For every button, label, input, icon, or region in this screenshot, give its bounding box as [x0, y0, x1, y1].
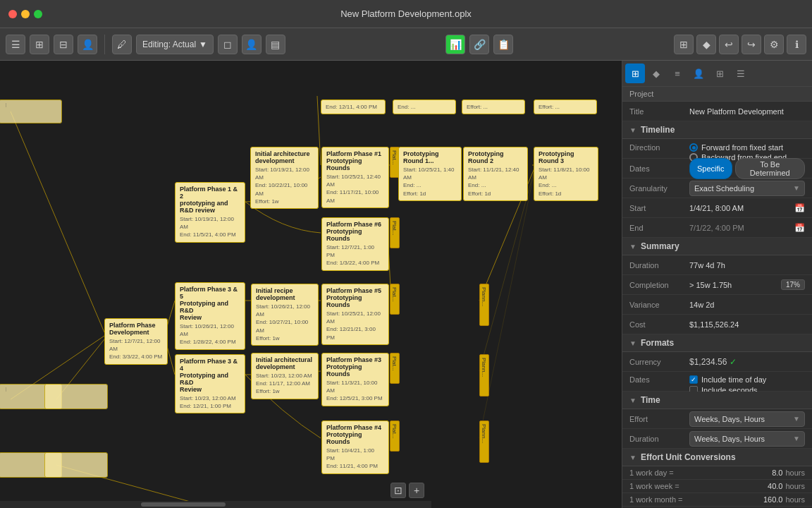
node-phase34[interactable]: Platform Phase 3 & 4Prototyping and R&DR…: [175, 354, 245, 413]
node-phase1[interactable]: Platform Phase #1Prototyping Rounds Star…: [321, 147, 389, 208]
direction-row: Direction Forward from fixed start Backw…: [622, 139, 812, 159]
include-time-day-item[interactable]: Include time of day: [689, 375, 805, 384]
editing-mode-dropdown[interactable]: Editing: Actual ▼: [136, 35, 214, 54]
toolbar-right: ⊞ ◆ ↩ ↪ ⚙ ℹ: [674, 35, 806, 54]
close-button[interactable]: [8, 10, 17, 18]
duration-chevron-icon: ▼: [793, 435, 800, 442]
effort-unit-section-header[interactable]: ▼ Effort Unit Conversions: [622, 449, 812, 466]
start-calendar-icon[interactable]: 📅: [794, 203, 805, 213]
node-phase12[interactable]: Platform Phase 1 & 2prototyping and R&D …: [175, 182, 245, 243]
node-edge-4: [44, 384, 108, 409]
node-phase5-side: Plat...: [390, 284, 400, 315]
node-phase4-side: Plat...: [390, 421, 400, 452]
node-phase-dev[interactable]: Platform Phase Development Start: 12/7/2…: [104, 318, 168, 365]
specific-button[interactable]: Specific: [689, 158, 732, 179]
formats-arrow: ▼: [629, 339, 636, 347]
node-proto-r1[interactable]: Prototyping Round 1... Start: 10/25/21, …: [398, 147, 462, 201]
summary-section-header[interactable]: ▼ Summary: [622, 238, 812, 255]
include-time-day-checkbox[interactable]: [689, 375, 698, 384]
node-top3[interactable]: Effort: ...: [462, 99, 525, 114]
node-top4[interactable]: Effort: ...: [534, 99, 597, 114]
duration-row: Duration 77w 4d 7h: [622, 255, 812, 275]
node-phase5[interactable]: Platform Phase #5Prototyping Rounds Star…: [321, 284, 389, 345]
node-arch-dev2[interactable]: Initial architectural development Start:…: [251, 353, 319, 399]
scrollbar-thumb[interactable]: [141, 502, 226, 507]
end-calendar-icon[interactable]: 📅: [794, 223, 805, 233]
node-top2[interactable]: End: ...: [393, 99, 456, 114]
panel-tab-diamond[interactable]: ◆: [646, 64, 666, 83]
network-canvas[interactable]: End: 12/11, 4:00 PM End: ... Effort: ...…: [0, 61, 622, 508]
project-section-label: Project: [622, 87, 812, 102]
panel-tab-list[interactable]: ≡: [668, 64, 687, 83]
diamond-icon[interactable]: ◆: [696, 35, 716, 54]
node-phase6[interactable]: Platform Phase #6Prototyping Rounds Star…: [321, 217, 389, 271]
grid-icon[interactable]: ⊞: [30, 35, 49, 54]
link-icon[interactable]: 🔗: [469, 35, 489, 54]
timeline-section-header[interactable]: ▼ Timeline: [622, 121, 812, 139]
completion-percent: 17%: [781, 279, 805, 290]
maximize-button[interactable]: [34, 10, 42, 18]
toolbar-center: 📊 🔗 📋: [290, 35, 670, 54]
node-phase35[interactable]: Platform Phase 3 & 5Prototyping and R&DR…: [175, 282, 245, 350]
node-edge-1: ...: [0, 99, 62, 123]
end-row: End 7/1/22, 4:00 PM 📅: [622, 218, 812, 238]
dates-format-row: Dates Include time of day Include second…: [622, 372, 812, 392]
clipboard-icon[interactable]: 📋: [493, 35, 513, 54]
group-icon[interactable]: ⊟: [54, 35, 73, 54]
dates-row: Dates Specific To Be Determined: [622, 159, 812, 179]
granularity-select[interactable]: Exact Scheduling ▼: [689, 181, 805, 196]
node-edge-5: [44, 452, 108, 478]
right-panel: ⊞ ◆ ≡ 👤 ⊞ ☰ Project Title New Platform D…: [622, 61, 812, 508]
panel-tabs: ⊞ ◆ ≡ 👤 ⊞ ☰: [622, 61, 812, 87]
toolbar-action-3[interactable]: ▤: [266, 35, 285, 54]
undo-icon[interactable]: ↩: [719, 35, 739, 54]
effort-unit-arrow: ▼: [629, 454, 636, 461]
panel-tab-user[interactable]: 👤: [689, 64, 708, 83]
user-icon[interactable]: 👤: [78, 35, 97, 54]
unit-row-1: 1 work week = 40.0 hours: [622, 480, 812, 493]
timeline-arrow: ▼: [629, 126, 636, 134]
chevron-down-icon: ▼: [199, 40, 207, 49]
zoom-fit-button[interactable]: ⊡: [390, 483, 406, 498]
horizontal-scrollbar[interactable]: [0, 501, 431, 508]
duration-select[interactable]: Weeks, Days, Hours ▼: [689, 431, 805, 447]
node-phase3[interactable]: Platform Phase #3Prototyping Rounds Star…: [321, 353, 389, 406]
granularity-row: Granularity Exact Scheduling ▼: [622, 179, 812, 198]
radio-forward[interactable]: Forward from fixed start: [689, 143, 805, 152]
main-area: End: 12/11, 4:00 PM End: ... Effort: ...…: [0, 61, 812, 508]
panel-tab-grid[interactable]: ⊞: [710, 64, 730, 83]
edit-mode-icon[interactable]: 🖊: [112, 35, 132, 54]
menu-icon[interactable]: ☰: [6, 35, 25, 54]
minimize-button[interactable]: [21, 10, 30, 18]
node-proto-r3[interactable]: Prototyping Round 3 Start: 11/8/21, 10:0…: [534, 147, 598, 201]
node-arch-dev[interactable]: Initial architecture development Start: …: [250, 147, 319, 209]
variance-row: Variance 14w 2d: [622, 295, 812, 315]
window-title: New Platform Development.oplx: [340, 8, 472, 19]
title-row: Title New Platform Development: [622, 102, 812, 121]
node-recipe[interactable]: Initial recipe development Start: 10/26/…: [251, 284, 319, 346]
redo-icon[interactable]: ↪: [742, 35, 761, 54]
time-section-header[interactable]: ▼ Time: [622, 392, 812, 409]
start-row: Start 1/4/21, 8:00 AM 📅: [622, 198, 812, 218]
node-phase6-side: Plat...: [390, 217, 400, 248]
formats-section-header[interactable]: ▼ Formats: [622, 334, 812, 352]
node-top1[interactable]: End: 12/11, 4:00 PM: [321, 99, 386, 114]
summary-arrow: ▼: [629, 243, 636, 250]
grid2-icon[interactable]: ⊞: [674, 35, 694, 54]
radio-forward-dot: [689, 143, 698, 152]
node-phase4[interactable]: Platform Phase #4Prototyping Rounds Star…: [321, 421, 389, 474]
node-proto-r2[interactable]: Prototyping Round 2 Start: 11/1/21, 12:4…: [463, 147, 528, 201]
node-phase3-side: Plat...: [390, 353, 400, 384]
zoom-in-button[interactable]: +: [409, 483, 424, 498]
node-right-2: Plann...: [479, 354, 489, 397]
to-be-determined-button[interactable]: To Be Determined: [735, 158, 805, 179]
settings-icon[interactable]: ⚙: [764, 35, 784, 54]
effort-select[interactable]: Weeks, Days, Hours ▼: [689, 411, 805, 427]
completion-row: Completion > 15w 1.75h 17%: [622, 275, 812, 295]
toolbar-action-1[interactable]: ◻: [218, 35, 238, 54]
chart-icon[interactable]: 📊: [445, 35, 465, 54]
info-icon[interactable]: ℹ: [787, 35, 806, 54]
panel-tab-menu[interactable]: ☰: [731, 64, 751, 83]
panel-tab-project[interactable]: ⊞: [625, 64, 645, 83]
toolbar-action-2[interactable]: 👤: [242, 35, 262, 54]
